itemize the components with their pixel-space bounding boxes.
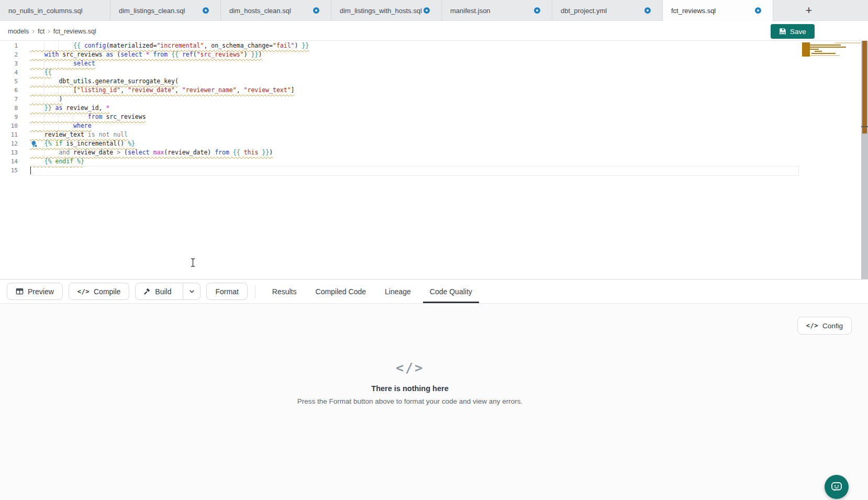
code-brackets-empty-icon: </>	[0, 360, 820, 375]
breadcrumb-item[interactable]: models	[8, 28, 29, 35]
code-line[interactable]: 1 {{ config(materialized="incremental", …	[0, 41, 868, 50]
mouse-cursor-ibeam	[190, 258, 196, 270]
results-tab-compiled-code[interactable]: Compiled Code	[316, 280, 366, 303]
table-icon	[16, 287, 24, 295]
code-quality-panel: </> Config </> There is nothing here Pre…	[0, 304, 868, 500]
editor-scrollbar[interactable]	[861, 41, 868, 279]
results-tab-lineage[interactable]: Lineage	[385, 280, 411, 303]
code-content: where	[30, 122, 92, 129]
code-text: {% if is_incremental() %}	[30, 139, 135, 148]
code-brackets-icon: </>	[77, 288, 90, 295]
code-content: select	[30, 60, 95, 67]
unsaved-changes-dot	[203, 7, 209, 14]
code-editor[interactable]: 1 {{ config(materialized="incremental", …	[0, 41, 868, 279]
code-line[interactable]: 4 {{	[0, 68, 868, 77]
code-content: ["listing_id", "review_date", "reviewer_…	[30, 86, 295, 94]
save-floppy-icon	[779, 28, 786, 35]
code-text: where	[30, 121, 92, 130]
code-content: }} as review_id, *	[30, 104, 109, 112]
file-tab[interactable]: manifest.json	[442, 0, 552, 21]
format-label: Format	[215, 287, 238, 296]
hammer-icon	[143, 287, 151, 295]
build-label: Build	[155, 287, 171, 296]
chat-assistant-button[interactable]	[825, 475, 849, 499]
line-number: 4	[0, 68, 18, 77]
code-content: from src_reviews	[30, 113, 146, 120]
code-content: {{ config(materialized="incremental", on…	[30, 42, 309, 49]
line-number: 6	[0, 86, 18, 95]
code-brackets-icon: </>	[806, 322, 818, 329]
code-line[interactable]: 9 from src_reviews	[0, 113, 868, 121]
file-tab[interactable]: no_nulls_in_columns.sql	[0, 0, 110, 21]
code-line[interactable]: 15	[0, 166, 868, 175]
save-button[interactable]: Save	[771, 24, 815, 39]
breadcrumb-chevron-icon: ›	[32, 27, 35, 35]
config-label: Config	[822, 322, 843, 330]
lightbulb-action-icon[interactable]	[30, 140, 38, 148]
code-line[interactable]: 12 {% if is_incremental() %}	[0, 139, 868, 148]
minimap-code-row	[815, 51, 822, 52]
compile-button[interactable]: </> Compile	[69, 283, 130, 300]
plus-icon: +	[806, 4, 813, 17]
breadcrumb-item[interactable]: fct	[38, 28, 44, 35]
chevron-down-icon	[188, 288, 195, 295]
overview-ruler-tick	[861, 126, 868, 127]
code-text: )	[30, 95, 62, 104]
tab-strip: no_nulls_in_columns.sqldim_listings_clea…	[0, 0, 773, 20]
file-tab-label: dbt_project.yml	[561, 7, 607, 15]
code-lines: 1 {{ config(materialized="incremental", …	[0, 41, 868, 175]
unsaved-changes-dot	[534, 7, 540, 14]
code-line[interactable]: 6 ["listing_id", "review_date", "reviewe…	[0, 86, 868, 95]
minimap[interactable]	[802, 41, 861, 60]
breadcrumb: models›fct›fct_reviews.sql	[8, 26, 96, 36]
code-line[interactable]: 10 where	[0, 121, 868, 130]
build-button[interactable]: Build	[136, 283, 179, 299]
file-tab[interactable]: dbt_project.yml	[552, 0, 663, 21]
line-number: 5	[0, 77, 18, 86]
file-tab-label: no_nulls_in_columns.sql	[8, 7, 83, 15]
build-dropdown-button[interactable]	[183, 283, 200, 299]
results-tab-code-quality[interactable]: Code Quality	[430, 280, 472, 303]
code-text: and review_date > (select max(review_dat…	[30, 148, 273, 157]
breadcrumb-chevron-icon: ›	[48, 27, 50, 35]
code-text: with src_reviews as (select * from {{ re…	[30, 50, 262, 59]
unsaved-changes-dot	[424, 7, 430, 14]
file-tab[interactable]: dim_listings_with_hosts.sql	[331, 0, 442, 21]
line-number: 9	[0, 113, 18, 121]
line-number: 15	[0, 166, 18, 175]
new-tab-button[interactable]: +	[798, 0, 820, 21]
code-line[interactable]: 5 dbt_utils.generate_surrogate_key(	[0, 77, 868, 86]
results-tab-results[interactable]: Results	[272, 280, 297, 303]
code-line[interactable]: 3 select	[0, 59, 868, 68]
file-tab[interactable]: dim_hosts_clean.sql	[221, 0, 331, 21]
code-text: select	[30, 59, 95, 68]
empty-state: </> There is nothing here Press the Form…	[0, 360, 820, 405]
file-tab[interactable]: fct_reviews.sql	[663, 0, 773, 21]
minimap-code-row	[811, 53, 836, 54]
breadcrumb-item[interactable]: fct_reviews.sql	[53, 28, 96, 35]
code-text: from src_reviews	[30, 113, 146, 121]
file-tab[interactable]: dim_listings_clean.sql	[110, 0, 221, 21]
line-number: 13	[0, 148, 18, 157]
code-content: and review_date > (select max(review_dat…	[30, 149, 273, 156]
code-content: with src_reviews as (select * from {{ re…	[30, 51, 262, 58]
preview-button[interactable]: Preview	[7, 283, 63, 300]
line-number: 10	[0, 121, 18, 130]
code-line[interactable]: 8 }} as review_id, *	[0, 104, 868, 113]
code-content: review_text is not null	[30, 131, 128, 138]
code-line[interactable]: 13 and review_date > (select max(review_…	[0, 148, 868, 157]
format-button[interactable]: Format	[206, 283, 247, 300]
file-tab-label: dim_listings_clean.sql	[119, 7, 185, 15]
result-tabs: ResultsCompiled CodeLineageCode Quality	[272, 280, 472, 303]
code-line[interactable]: 14 {% endif %}	[0, 157, 868, 166]
build-split-button: Build	[135, 283, 201, 300]
code-text: {{	[30, 68, 52, 77]
code-content: {% if is_incremental() %}	[30, 140, 135, 147]
config-button[interactable]: </> Config	[797, 317, 852, 335]
code-line[interactable]: 7 )	[0, 95, 868, 104]
line-number: 3	[0, 59, 18, 68]
code-line[interactable]: 2 with src_reviews as (select * from {{ …	[0, 50, 868, 59]
minimap-code-row	[806, 45, 841, 46]
code-text: ["listing_id", "review_date", "reviewer_…	[30, 86, 295, 95]
code-line[interactable]: 11 review_text is not null	[0, 130, 868, 139]
